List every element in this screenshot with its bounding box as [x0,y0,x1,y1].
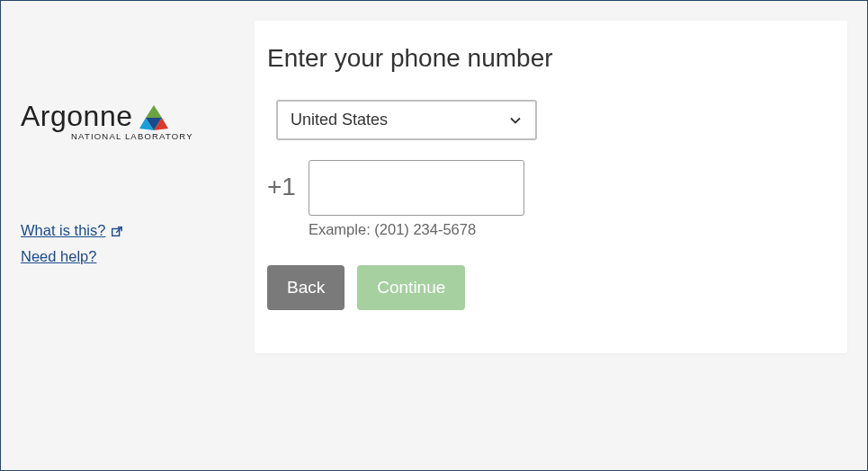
phone-example: Example: (201) 234-5678 [309,221,524,238]
country-selected-label: United States [291,111,388,129]
phone-row: +1 Example: (201) 234-5678 [267,160,820,238]
what-is-this-label: What is this? [21,222,105,239]
logo-subtitle: NATIONAL LABORATORY [71,131,255,141]
phone-input[interactable] [309,160,524,216]
sidebar: Argonne NATIONAL LABORATORY What is this… [21,21,255,450]
back-button[interactable]: Back [267,265,345,310]
external-link-icon [111,225,123,237]
chevron-down-icon [508,113,523,128]
calling-code: +1 [267,160,296,201]
argonne-triangle-icon [138,103,170,130]
page-container: Argonne NATIONAL LABORATORY What is this… [0,0,868,471]
continue-button[interactable]: Continue [357,265,465,310]
page-title: Enter your phone number [267,44,820,73]
argonne-logo: Argonne NATIONAL LABORATORY [21,100,255,141]
button-row: Back Continue [267,265,820,310]
need-help-link[interactable]: Need help? [21,248,96,265]
need-help-label: Need help? [21,248,96,265]
main-panel: Enter your phone number United States +1… [255,21,847,353]
country-select[interactable]: United States [276,100,537,140]
svg-marker-1 [146,105,162,118]
logo-word: Argonne [21,100,132,133]
phone-column: Example: (201) 234-5678 [309,160,524,238]
logo-row: Argonne [21,100,255,133]
what-is-this-link[interactable]: What is this? [21,222,123,239]
country-select-shell[interactable]: United States [276,100,537,140]
sidebar-links: What is this? Need help? [21,222,255,265]
